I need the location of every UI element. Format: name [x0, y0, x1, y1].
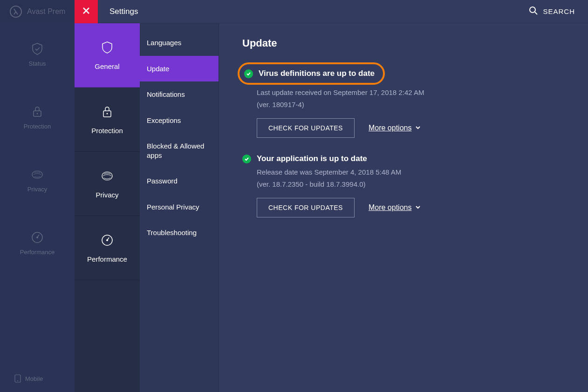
search-button[interactable]: SEARCH: [529, 6, 575, 17]
virus-version: (ver. 180917-4): [257, 100, 569, 110]
nav-protection[interactable]: Protection: [75, 88, 140, 152]
bg-mobile-link: Mobile: [14, 374, 43, 383]
settings-modal: Settings SEARCH General Protection: [75, 0, 588, 392]
modal-body: General Protection Privacy Performance: [75, 23, 588, 392]
app-actions: CHECK FOR UPDATES More options: [257, 198, 569, 217]
content-title: Update: [242, 37, 569, 49]
check-icon: [244, 69, 253, 78]
more-options-link[interactable]: More options: [369, 124, 421, 132]
svg-point-10: [107, 113, 108, 114]
nav-label: Privacy: [96, 191, 118, 199]
bg-nav-privacy: Privacy: [0, 149, 75, 212]
bg-nav-label: Protection: [24, 123, 51, 130]
nav-performance[interactable]: Performance: [75, 216, 140, 280]
shield-icon: [100, 41, 114, 56]
subnav-troubleshooting[interactable]: Troubleshooting: [140, 220, 219, 246]
bg-nav-status: Status: [0, 23, 75, 86]
bg-nav-label: Performance: [20, 249, 55, 256]
subnav-blocked-allowed[interactable]: Blocked & Allowed apps: [140, 133, 219, 168]
svg-point-7: [17, 380, 18, 381]
bg-nav-label: Status: [29, 60, 46, 67]
chevron-down-icon: [415, 203, 421, 212]
settings-subnav: Languages Update Notifications Exception…: [140, 23, 219, 392]
svg-point-8: [530, 7, 535, 13]
subnav-languages[interactable]: Languages: [140, 30, 219, 56]
bg-nav-label: Privacy: [27, 186, 48, 193]
lock-icon: [100, 105, 114, 120]
nav-privacy[interactable]: Privacy: [75, 152, 140, 216]
nav-label: Protection: [91, 127, 123, 135]
bg-mobile-label: Mobile: [25, 375, 43, 382]
nav-label: General: [95, 62, 119, 70]
bg-app-name: Avast Prem: [27, 7, 65, 16]
app-status-line: Your application is up to date: [242, 154, 569, 163]
bg-nav-performance: Performance: [0, 212, 75, 275]
fingerprint-icon: [100, 169, 114, 184]
close-icon: [82, 7, 90, 16]
subnav-update[interactable]: Update: [140, 56, 219, 82]
check-icon: [242, 155, 251, 163]
nav-general[interactable]: General: [75, 23, 140, 88]
subnav-password[interactable]: Password: [140, 168, 219, 194]
chevron-down-icon: [415, 124, 421, 132]
nav-label: Performance: [87, 255, 127, 263]
settings-nav: General Protection Privacy Performance: [75, 23, 140, 392]
avast-logo-icon: [9, 5, 22, 18]
app-release-date: Release date was September 4, 2018 5:48 …: [257, 167, 569, 178]
content-panel: Update Virus definitions are up to date …: [219, 23, 588, 392]
check-updates-button[interactable]: CHECK FOR UPDATES: [257, 198, 355, 217]
subnav-exceptions[interactable]: Exceptions: [140, 108, 219, 134]
search-label: SEARCH: [543, 7, 575, 15]
more-options-label: More options: [369, 124, 412, 132]
app-status-title: Your application is up to date: [257, 154, 367, 163]
application-block: Your application is up to date Release d…: [242, 154, 569, 217]
modal-title: Settings: [109, 7, 529, 16]
bg-sidebar: Status Protection Privacy Performance Mo…: [0, 23, 75, 392]
bg-nav-protection: Protection: [0, 86, 75, 149]
subnav-personal-privacy[interactable]: Personal Privacy: [140, 194, 219, 220]
virus-status-title: Virus definitions are up to date: [259, 69, 375, 78]
subnav-notifications[interactable]: Notifications: [140, 81, 219, 108]
virus-actions: CHECK FOR UPDATES More options: [257, 118, 569, 138]
more-options-label: More options: [369, 203, 412, 212]
virus-last-update: Last update received on September 17, 20…: [257, 88, 569, 98]
more-options-link[interactable]: More options: [369, 203, 421, 212]
virus-definitions-block: Virus definitions are up to date Last up…: [242, 62, 569, 138]
app-version: (ver. 18.7.2350 - build 18.7.3994.0): [257, 179, 569, 190]
modal-header: Settings SEARCH: [75, 0, 588, 23]
svg-point-13: [106, 239, 108, 241]
svg-point-5: [36, 237, 38, 238]
gauge-icon: [100, 233, 114, 249]
status-highlight: Virus definitions are up to date: [238, 62, 385, 85]
close-button[interactable]: [75, 0, 98, 23]
check-updates-button[interactable]: CHECK FOR UPDATES: [257, 118, 355, 138]
search-icon: [529, 6, 538, 17]
svg-point-2: [37, 113, 38, 115]
